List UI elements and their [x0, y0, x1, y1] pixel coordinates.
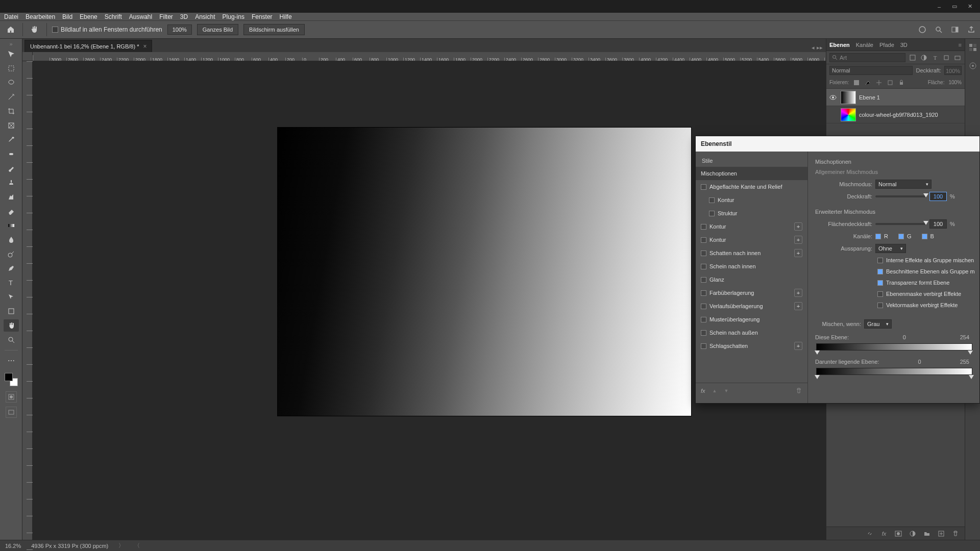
move-effect-up-icon[interactable]: ▲ — [713, 388, 717, 393]
layer-thumbnail[interactable] — [841, 91, 856, 104]
history-brush-tool[interactable] — [4, 191, 19, 203]
effect-row[interactable]: Schein nach innen — [696, 260, 807, 273]
eraser-tool[interactable] — [4, 205, 19, 217]
effect-row[interactable]: Abgeflachte Kante und Relief — [696, 180, 807, 193]
effect-checkbox[interactable] — [701, 290, 706, 296]
menu-file[interactable]: Datei — [4, 13, 18, 20]
vertical-ruler[interactable] — [22, 61, 33, 540]
layer-mask-hides-checkbox[interactable] — [877, 291, 883, 297]
knockout-select[interactable]: Ohne ▾ — [875, 244, 906, 253]
effect-checkbox[interactable] — [709, 197, 715, 203]
status-chevron-left-icon[interactable]: 〈 — [134, 542, 140, 549]
horizontal-ruler[interactable]: 3000280026002400220020001800160014001200… — [33, 52, 826, 61]
frame-tool[interactable] — [4, 119, 19, 132]
menu-select[interactable]: Auswahl — [129, 13, 152, 20]
lock-position-icon[interactable] — [864, 79, 871, 86]
healing-brush-tool[interactable] — [4, 148, 19, 160]
layer-style-icon[interactable]: fx — [880, 530, 888, 538]
effect-row[interactable]: Schlagschatten+ — [696, 339, 807, 353]
menu-type[interactable]: Schrift — [105, 13, 122, 20]
brush-tool[interactable] — [4, 162, 19, 174]
effect-row[interactable]: Kontur — [696, 193, 807, 207]
pen-tool[interactable] — [4, 262, 19, 274]
edit-toolbar-icon[interactable]: ⋯ — [4, 355, 19, 367]
layer-search-input[interactable]: Art — [829, 53, 905, 62]
tab-channels[interactable]: Kanäle — [856, 42, 873, 48]
magic-wand-tool[interactable] — [4, 91, 19, 103]
artboard-tool[interactable] — [4, 62, 19, 74]
window-maximize-button[interactable]: ▭ — [947, 2, 962, 12]
add-effect-icon[interactable]: + — [794, 249, 802, 257]
menu-edit[interactable]: Bearbeiten — [26, 13, 55, 20]
dodge-tool[interactable] — [4, 248, 19, 260]
menu-view[interactable]: Ansicht — [195, 13, 215, 20]
fill-opacity-slider[interactable] — [875, 223, 926, 225]
foreground-color-swatch[interactable] — [5, 373, 13, 381]
effect-row[interactable]: Verlaufsüberlagerung+ — [696, 299, 807, 313]
effect-checkbox[interactable] — [701, 264, 706, 269]
fill-opacity-input[interactable]: 100 — [929, 219, 947, 229]
effect-row[interactable]: Glanz — [696, 273, 807, 286]
panel-menu-icon[interactable]: ≡ — [959, 42, 962, 48]
lock-pixels-icon[interactable] — [853, 79, 860, 86]
hand-tool[interactable] — [4, 319, 19, 332]
filter-pixel-icon[interactable] — [909, 54, 917, 62]
layer-style-dialog[interactable]: Ebenenstil Stile MischoptionenAbgeflacht… — [695, 136, 980, 404]
blend-if-select[interactable]: Grau ▾ — [864, 319, 892, 329]
visibility-toggle-icon[interactable] — [829, 94, 838, 101]
slider-stop-black-icon[interactable] — [815, 375, 820, 379]
status-zoom[interactable]: 16.2% — [5, 543, 21, 549]
search-icon[interactable] — [934, 25, 943, 34]
window-close-button[interactable]: ✕ — [962, 2, 977, 12]
lasso-tool[interactable] — [4, 77, 19, 89]
zoom-input[interactable]: 100% — [167, 24, 192, 35]
this-layer-blend-slider[interactable] — [816, 343, 972, 350]
share-icon[interactable] — [967, 25, 976, 34]
window-minimize-button[interactable]: – — [932, 2, 947, 12]
menu-plugins[interactable]: Plug-ins — [223, 13, 244, 20]
menu-image[interactable]: Bild — [62, 13, 72, 20]
panel-icon-properties[interactable] — [967, 60, 978, 71]
channel-b-checkbox[interactable] — [922, 234, 927, 239]
channel-g-checkbox[interactable] — [898, 234, 904, 239]
close-tab-icon[interactable]: × — [143, 43, 146, 50]
effect-checkbox[interactable] — [701, 237, 706, 243]
effect-checkbox[interactable] — [701, 330, 706, 336]
document-canvas[interactable] — [278, 128, 691, 416]
add-effect-icon[interactable]: + — [794, 236, 802, 244]
effect-row[interactable]: Kontur+ — [696, 233, 807, 246]
crop-tool[interactable] — [4, 105, 19, 117]
filter-type-icon[interactable]: T — [931, 54, 939, 62]
eyedropper-tool[interactable] — [4, 134, 19, 146]
slider-stop-white-icon[interactable] — [968, 350, 973, 355]
layer-thumbnail[interactable] — [841, 108, 856, 121]
type-tool[interactable]: T — [4, 277, 19, 289]
shape-tool[interactable] — [4, 305, 19, 317]
blend-mode-select[interactable]: Normal — [829, 66, 913, 75]
slider-stop-white-icon[interactable] — [969, 375, 974, 379]
add-effect-icon[interactable]: + — [794, 302, 802, 310]
effect-checkbox[interactable] — [701, 317, 706, 322]
effect-checkbox[interactable] — [701, 184, 706, 190]
menu-layer[interactable]: Ebene — [80, 13, 97, 20]
blur-tool[interactable] — [4, 234, 19, 246]
fill-input[interactable]: 100% — [948, 80, 962, 85]
effect-row[interactable]: Farbüberlagerung+ — [696, 286, 807, 299]
opacity-input[interactable]: 100 — [929, 192, 947, 201]
gradient-tool[interactable] — [4, 219, 19, 232]
effect-checkbox[interactable] — [701, 304, 706, 309]
effect-checkbox[interactable] — [701, 251, 706, 256]
delete-effect-icon[interactable] — [795, 387, 802, 394]
dock-grip-icon[interactable]: » — [0, 41, 22, 46]
add-effect-icon[interactable]: + — [794, 222, 802, 231]
filter-shape-icon[interactable] — [942, 54, 950, 62]
transparency-shapes-checkbox[interactable] — [877, 280, 883, 286]
delete-layer-icon[interactable] — [951, 530, 960, 538]
scroll-all-windows-checkbox[interactable]: Bildlauf in allen Fenstern durchführen — [52, 26, 162, 33]
filter-smart-icon[interactable] — [953, 54, 962, 62]
tab-3d[interactable]: 3D — [900, 42, 908, 48]
blend-mode-select[interactable]: Normal ▾ — [875, 180, 932, 189]
chevron-right-icon[interactable]: ▸▸ — [817, 44, 823, 51]
effect-row[interactable]: Kontur+ — [696, 220, 807, 233]
dialog-titlebar[interactable]: Ebenenstil — [696, 136, 979, 152]
